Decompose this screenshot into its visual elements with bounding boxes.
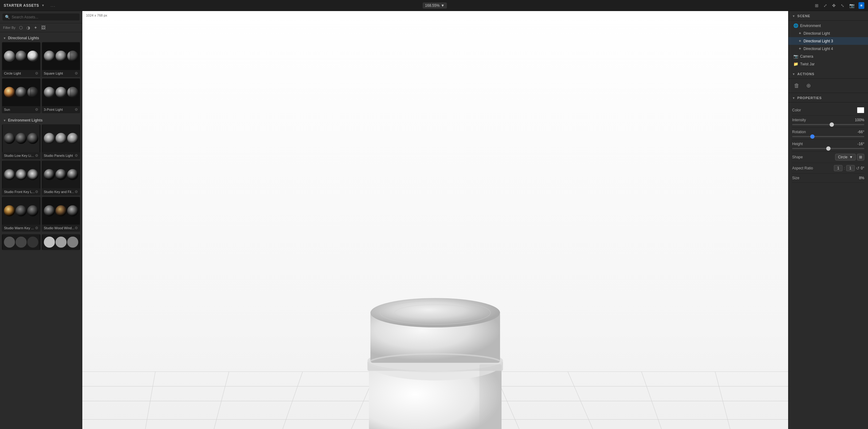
delete-button[interactable]: 🗑: [792, 81, 801, 90]
rotation-prop-row: Rotation -66°: [792, 128, 864, 140]
studio-warm-key-label: Studio Warm Key ...: [4, 226, 34, 230]
asset-extra-1[interactable]: [2, 234, 40, 250]
asset-extra-2[interactable]: [42, 234, 81, 250]
studio-panels-thumb: [42, 125, 80, 152]
asset-square-light[interactable]: Square Light ⚙: [42, 42, 81, 77]
camera-icon[interactable]: 📷: [848, 2, 856, 9]
scene-tree: 🌐 Environment ✦ Directional Light ✦ Dire…: [788, 21, 868, 69]
square-light-label: Square Light: [44, 71, 63, 75]
svg-point-11: [16, 87, 27, 98]
zoom-value: 168.55%: [425, 3, 439, 8]
scene-item-environment[interactable]: 🌐 Environment: [788, 22, 868, 29]
shape-prop-row: Shape Circle ▼ ⊞: [792, 152, 864, 163]
asset-studio-panels[interactable]: Studio Panels Light ⚙: [42, 124, 81, 159]
intensity-value: 100%: [855, 118, 864, 122]
studio-wood-wind-label-row: Studio Wood Wind... ⚙: [42, 225, 80, 231]
camera-scene-icon: 📷: [793, 54, 798, 59]
filter-light-icon[interactable]: ✦: [34, 25, 37, 30]
shape-dropdown-value: Circle: [838, 155, 847, 159]
search-input[interactable]: [12, 15, 77, 19]
aspect-width-input[interactable]: [834, 165, 842, 171]
studio-front-key-adj-icon[interactable]: ⚙: [35, 190, 38, 194]
svg-rect-8: [69, 51, 79, 62]
scene-section-header[interactable]: ▼ SCENE: [788, 11, 868, 21]
properties-header-label: PROPERTIES: [797, 96, 822, 100]
aspect-height-input[interactable]: [846, 165, 855, 171]
aspect-reset-button[interactable]: ↺: [856, 166, 860, 171]
scene-item-dir-light-1[interactable]: ✦ Directional Light: [788, 29, 868, 37]
move-icon[interactable]: ✥: [831, 2, 837, 9]
asset-studio-warm-key[interactable]: Studio Warm Key ... ⚙: [2, 197, 40, 232]
viewport[interactable]: [82, 11, 788, 429]
square-light-adj-icon[interactable]: ⚙: [75, 71, 78, 75]
rotation-slider[interactable]: [792, 136, 864, 137]
studio-wood-wind-adj-icon[interactable]: ⚙: [75, 226, 78, 230]
actions-section-header[interactable]: ▼ ACTIONS: [788, 69, 868, 78]
scene-item-camera[interactable]: 📷 Camera: [788, 53, 868, 60]
color-swatch[interactable]: [857, 107, 864, 113]
section-environment-lights[interactable]: ▼ Environment Lights: [1, 116, 81, 124]
filter-3d-icon[interactable]: ⬡: [19, 25, 23, 30]
intensity-slider[interactable]: [792, 124, 864, 125]
intensity-thumb[interactable]: [830, 123, 834, 127]
svg-point-30: [27, 169, 38, 180]
3point-adj-icon[interactable]: ⚙: [75, 107, 78, 112]
light-icon[interactable]: ☀: [859, 2, 864, 9]
starter-assets-title: STARTER ASSETS: [4, 3, 39, 8]
svg-point-32: [43, 169, 55, 180]
height-slider[interactable]: [792, 148, 864, 149]
twist-jar-label: Twist Jar: [800, 62, 814, 66]
dir-light-1-icon: ✦: [798, 31, 802, 36]
studio-low-key-thumb: [2, 125, 40, 152]
sun-adj-icon[interactable]: ⚙: [35, 107, 38, 112]
dir-lights-label: Directional Lights: [8, 36, 39, 40]
circle-light-adj-icon[interactable]: ⚙: [35, 71, 38, 75]
search-input-wrap[interactable]: 🔍: [2, 13, 80, 21]
shape-edit-button[interactable]: ⊞: [857, 154, 864, 161]
environment-lights-grid: Studio Low Key Li... ⚙: [1, 124, 81, 234]
scene-item-dir-light-3[interactable]: ✦ Directional Light 3: [788, 37, 868, 45]
square-light-label-row: Square Light ⚙: [42, 70, 80, 77]
add-light-button[interactable]: ⊕: [804, 81, 813, 90]
scene-item-twist-jar[interactable]: 📁 Twist Jar: [788, 60, 868, 68]
circle-light-label: Circle Light: [4, 71, 21, 75]
3point-label: 3-Point Light: [44, 108, 63, 111]
asset-sun[interactable]: Sun ⚙: [2, 78, 40, 113]
dir-light-1-label: Directional Light: [804, 31, 830, 36]
environment-icon: 🌐: [793, 23, 798, 28]
asset-studio-front-key[interactable]: Studio Front Key L... ⚙: [2, 161, 40, 195]
studio-key-fill-adj-icon[interactable]: ⚙: [75, 190, 78, 194]
starter-assets-chevron[interactable]: ▼: [41, 4, 44, 7]
svg-point-42: [67, 205, 78, 216]
filter-image-icon[interactable]: 🖼: [41, 25, 45, 30]
section-directional-lights[interactable]: ▼ Directional Lights: [1, 33, 81, 42]
studio-panels-adj-icon[interactable]: ⚙: [75, 154, 78, 158]
rotation-thumb[interactable]: [810, 134, 814, 139]
asset-circle-light[interactable]: Circle Light ⚙: [2, 42, 40, 77]
scene-header-label: SCENE: [797, 14, 810, 18]
studio-low-key-label-row: Studio Low Key Li... ⚙: [2, 152, 40, 159]
transform-icon[interactable]: ⤢: [823, 2, 828, 9]
studio-panels-label: Studio Panels Light: [44, 154, 73, 157]
studio-low-key-adj-icon[interactable]: ⚙: [35, 154, 38, 158]
zoom-control[interactable]: 168.55% ▼: [423, 2, 447, 9]
more-options-button[interactable]: ...: [51, 3, 56, 8]
svg-point-37: [16, 205, 27, 216]
3point-label-row: 3-Point Light ⚙: [42, 106, 80, 113]
asset-studio-wood-wind[interactable]: Studio Wood Wind... ⚙: [42, 197, 81, 232]
height-label: Height: [792, 142, 803, 146]
properties-section-header[interactable]: ▼ PROPERTIES: [788, 93, 868, 102]
height-value: -16°: [858, 142, 864, 146]
asset-3point-light[interactable]: 3-Point Light ⚙: [42, 78, 81, 113]
asset-studio-low-key[interactable]: Studio Low Key Li... ⚙: [2, 124, 40, 159]
search-icon: 🔍: [5, 15, 10, 19]
studio-warm-key-adj-icon[interactable]: ⚙: [35, 226, 38, 230]
height-thumb[interactable]: [826, 146, 831, 151]
scale-icon[interactable]: ⤡: [840, 2, 845, 9]
shape-dropdown[interactable]: Circle ▼: [835, 154, 856, 161]
color-prop-row: Color: [792, 105, 864, 116]
filter-material-icon[interactable]: ◑: [26, 25, 30, 30]
asset-studio-key-fill[interactable]: Studio Key and Fil... ⚙: [42, 161, 81, 195]
scene-item-dir-light-4[interactable]: ✦ Directional Light 4: [788, 45, 868, 53]
view-grid-icon[interactable]: ⊞: [814, 2, 819, 9]
